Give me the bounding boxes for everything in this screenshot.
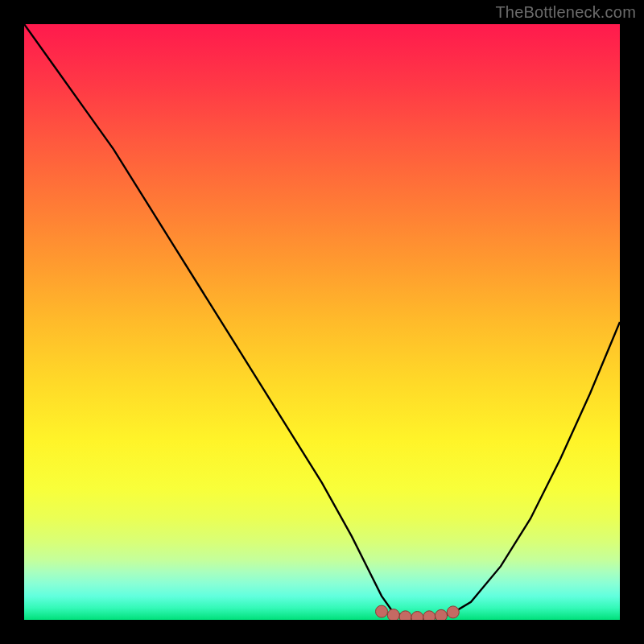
optimal-marker	[423, 611, 436, 620]
bottleneck-curve-svg	[24, 24, 620, 620]
optimal-marker	[447, 606, 459, 618]
optimal-marker	[387, 609, 399, 620]
optimal-marker	[411, 612, 423, 621]
optimal-marker	[399, 611, 411, 620]
watermark-text: TheBottleneck.com	[495, 3, 636, 22]
chart-frame: TheBottleneck.com	[0, 0, 644, 644]
optimal-range-markers	[376, 605, 460, 620]
optimal-marker	[376, 605, 388, 617]
optimal-marker	[436, 609, 448, 620]
bottleneck-curve	[24, 24, 620, 618]
chart-plot-area	[24, 24, 620, 620]
